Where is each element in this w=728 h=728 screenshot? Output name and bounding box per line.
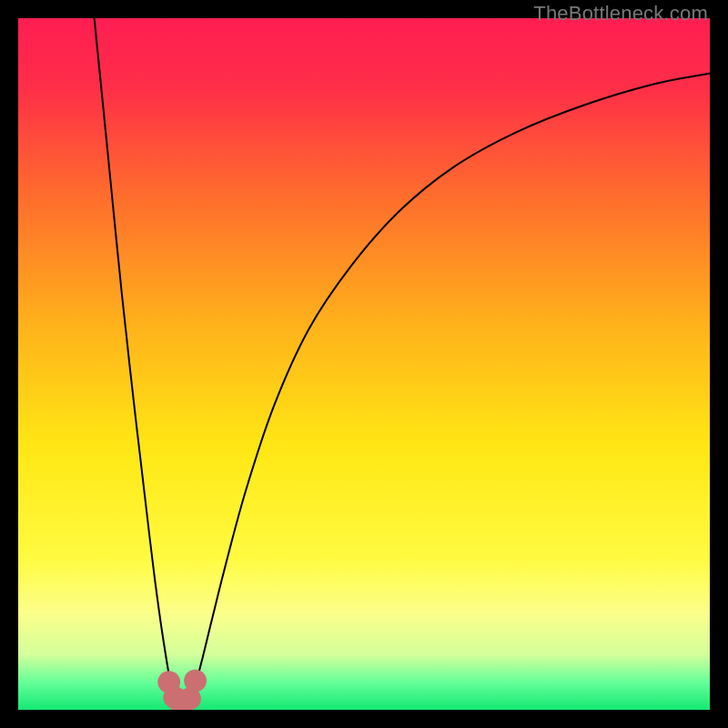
watermark-text: TheBottleneck.com bbox=[533, 2, 708, 25]
chart-plot bbox=[18, 18, 710, 710]
chart-svg bbox=[18, 18, 710, 710]
chart-frame: TheBottleneck.com bbox=[0, 0, 728, 728]
chart-background bbox=[18, 18, 710, 710]
dot-e bbox=[184, 670, 207, 693]
